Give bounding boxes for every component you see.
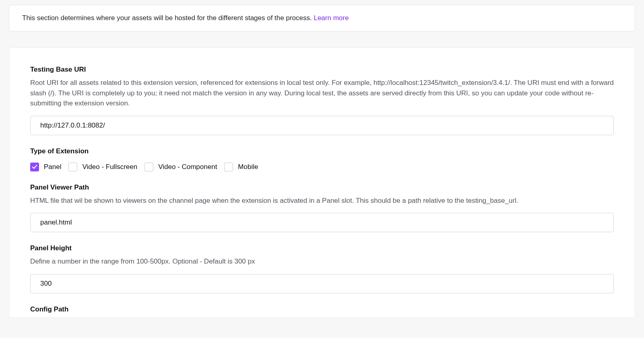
type-of-extension-label: Type of Extension — [30, 147, 614, 155]
asset-hosting-form: Testing Base URI Root URI for all assets… — [9, 47, 635, 318]
testing-base-uri-desc: Root URI for all assets related to this … — [30, 78, 614, 109]
panel-height-group: Panel Height Define a number in the rang… — [30, 244, 614, 293]
asset-hosting-banner: This section determines where your asset… — [9, 5, 635, 31]
type-of-extension-group: Type of Extension Panel Video - Fullscre… — [30, 147, 614, 171]
testing-base-uri-input[interactable] — [30, 116, 614, 135]
checkbox-panel-label: Panel — [44, 163, 61, 171]
checkbox-video-fullscreen-label: Video - Fullscreen — [82, 163, 137, 171]
panel-height-desc: Define a number in the range from 100-50… — [30, 256, 614, 267]
panel-viewer-path-group: Panel Viewer Path HTML file that wil be … — [30, 183, 614, 233]
panel-viewer-path-label: Panel Viewer Path — [30, 183, 614, 192]
type-of-extension-options: Panel Video - Fullscreen Video - Compone… — [30, 163, 614, 171]
panel-viewer-path-input[interactable] — [30, 213, 614, 232]
config-path-group: Config Path — [30, 305, 614, 313]
panel-height-label: Panel Height — [30, 244, 614, 252]
option-panel: Panel — [30, 163, 61, 171]
checkbox-video-component[interactable] — [144, 163, 153, 171]
testing-base-uri-label: Testing Base URI — [30, 66, 614, 74]
checkbox-panel[interactable] — [30, 163, 39, 171]
checkbox-mobile[interactable] — [224, 163, 233, 171]
check-icon — [32, 164, 37, 170]
option-video-fullscreen: Video - Fullscreen — [68, 163, 137, 171]
option-mobile: Mobile — [224, 163, 258, 171]
checkbox-mobile-label: Mobile — [238, 163, 258, 171]
config-path-label: Config Path — [30, 305, 614, 313]
learn-more-link[interactable]: Learn more — [314, 14, 349, 22]
panel-viewer-path-desc: HTML file that wil be shown to viewers o… — [30, 196, 614, 206]
checkbox-video-fullscreen[interactable] — [68, 163, 77, 171]
banner-text: This section determines where your asset… — [22, 14, 314, 22]
checkbox-video-component-label: Video - Component — [158, 163, 217, 171]
testing-base-uri-group: Testing Base URI Root URI for all assets… — [30, 66, 614, 135]
option-video-component: Video - Component — [144, 163, 217, 171]
panel-height-input[interactable] — [30, 274, 614, 293]
